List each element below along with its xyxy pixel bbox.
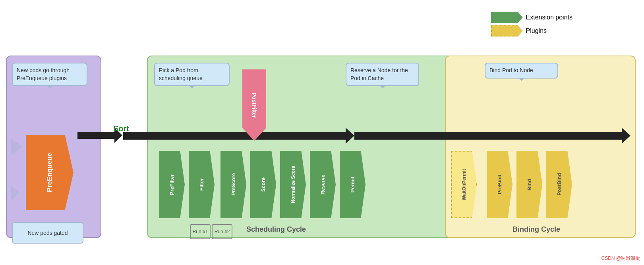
score-arrow: Score xyxy=(250,151,276,218)
postfilter-arrow: PostFilter xyxy=(242,69,266,141)
triangle-in-2 xyxy=(11,186,20,200)
gated-box: New pods gated xyxy=(12,222,83,244)
postfilter-label: PostFilter xyxy=(251,92,257,118)
postbind-arrow: PostBind xyxy=(546,151,572,218)
arrowhead-binding-end xyxy=(622,128,630,144)
diagram-container: Extension points Plugins New pods go thr… xyxy=(0,0,644,265)
permit-arrow: Permit xyxy=(340,151,366,218)
scheduling-cycle-label: Scheduling Cycle xyxy=(246,225,306,234)
binding-cycle-label: Binding Cycle xyxy=(512,225,560,234)
bind-pod-bubble: Bind Pod to Node xyxy=(485,63,558,79)
bind-arrow: Bind xyxy=(516,151,542,218)
triangle-in-1 xyxy=(11,138,22,156)
watermark: CSDN @响滑溜蛋 xyxy=(601,255,640,262)
prescore-arrow: PreScore xyxy=(220,151,246,218)
reserve-arrow: Reserve xyxy=(310,151,336,218)
legend: Extension points Plugins xyxy=(491,12,572,36)
legend-green-arrow xyxy=(491,12,523,23)
legend-yellow-arrow xyxy=(491,25,523,36)
waitonpermit-arrow: WaitOnPermit xyxy=(451,151,477,218)
run1-box: Run #1 xyxy=(190,224,211,239)
preenqueue-bubble: New pods go through PreEnqueue plugins xyxy=(12,63,87,86)
prebind-arrow: PreBind xyxy=(487,151,512,218)
filter-arrow: Filter xyxy=(189,151,215,218)
main-binding-arrow xyxy=(354,132,625,140)
prefilter-arrow: PreFilter xyxy=(159,151,185,218)
legend-extension-points: Extension points xyxy=(491,12,572,23)
preenqueue-label: PreEnqueue xyxy=(46,153,54,192)
pick-pod-bubble: Pick a Pod from scheduling queue xyxy=(154,63,230,86)
legend-plugins: Plugins xyxy=(491,25,572,36)
reserve-node-bubble: Reserve a Node for the Pod in Cache xyxy=(346,63,419,86)
preenqueue-arrow: PreEnqueue xyxy=(26,135,73,210)
legend-plugins-label: Plugins xyxy=(526,27,547,35)
arrowhead-scheduling-end xyxy=(346,128,354,144)
section-binding xyxy=(445,56,636,238)
main-scheduling-arrow xyxy=(123,132,350,140)
run2-box: Run #2 xyxy=(212,224,232,239)
legend-extension-label: Extension points xyxy=(526,14,572,21)
normalize-score-arrow: Normalize Score xyxy=(280,151,306,218)
arrow-preenqueue-out xyxy=(77,132,117,139)
